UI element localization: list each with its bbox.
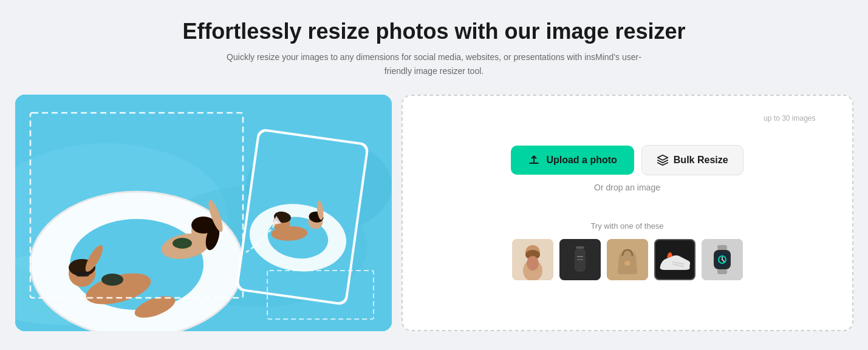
sample-section: Try with one of these: [512, 221, 743, 280]
sample-images-row: [512, 239, 743, 280]
page-subtitle: Quickly resize your images to any dimens…: [215, 50, 652, 78]
svg-point-20: [173, 238, 192, 249]
sample-image-3[interactable]: [607, 239, 648, 280]
sample-thumb-svg-5: [702, 239, 743, 280]
sample-thumb-svg-3: [607, 239, 648, 280]
bulk-icon: [657, 154, 669, 166]
button-row: Upload a photo Bulk Resize: [511, 145, 743, 175]
upload-icon: [528, 154, 540, 166]
drop-image-text: Or drop an image: [594, 183, 660, 192]
sample-thumb-svg-1: [512, 239, 553, 280]
sample-image-4[interactable]: [654, 239, 695, 280]
svg-rect-40: [576, 246, 584, 249]
bulk-hint: up to 30 images: [764, 114, 815, 123]
sample-thumb-svg-2: [559, 239, 601, 280]
svg-point-45: [624, 261, 630, 266]
upload-panel: up to 30 images Upload a photo: [402, 95, 853, 331]
svg-rect-49: [717, 269, 727, 274]
svg-rect-48: [717, 245, 727, 250]
upload-button-label: Upload a photo: [546, 155, 617, 166]
sample-image-2[interactable]: [559, 239, 601, 280]
main-content: up to 30 images Upload a photo: [15, 95, 853, 331]
sample-label: Try with one of these: [590, 221, 663, 231]
pool-scene-svg: [15, 95, 392, 331]
svg-rect-12: [76, 272, 89, 277]
svg-point-13: [101, 274, 123, 286]
page-header: Effortlessly resize photos with our imag…: [182, 18, 685, 78]
sample-image-1[interactable]: [512, 239, 553, 280]
upload-area: Upload a photo Bulk Resize Or drop an im…: [415, 145, 840, 280]
page-title: Effortlessly resize photos with our imag…: [182, 18, 685, 44]
pool-image: [15, 95, 392, 331]
svg-point-38: [527, 256, 539, 271]
image-preview-panel: [15, 95, 392, 331]
svg-rect-42: [577, 256, 583, 257]
upload-photo-button[interactable]: Upload a photo: [511, 146, 634, 175]
layers-icon: [657, 154, 669, 166]
bulk-resize-button[interactable]: Bulk Resize: [641, 145, 743, 175]
sample-image-5[interactable]: [702, 239, 743, 280]
bulk-button-label: Bulk Resize: [674, 155, 728, 166]
sample-thumb-svg-4: [655, 239, 694, 280]
svg-rect-43: [577, 259, 583, 260]
